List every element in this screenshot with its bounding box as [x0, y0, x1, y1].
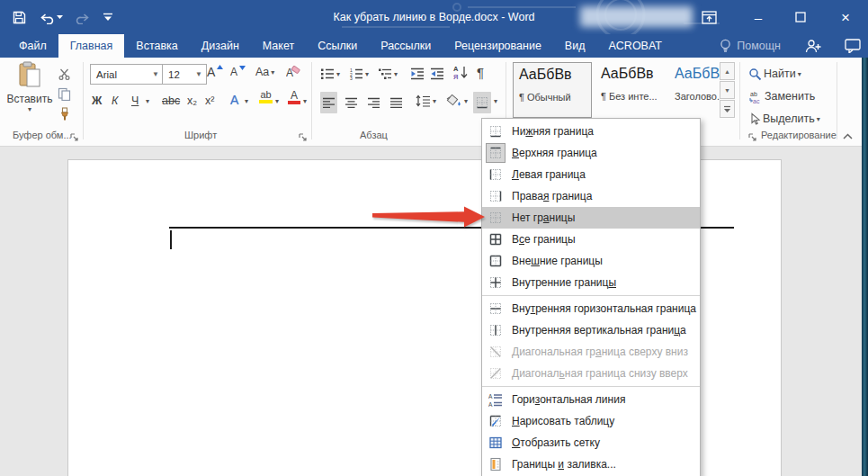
select-button[interactable]: Выделить ▾	[748, 110, 820, 128]
redo-icon[interactable]	[76, 11, 91, 24]
bullets-dropdown-icon: ▾	[336, 70, 340, 78]
shrink-font-button[interactable]: A	[230, 63, 246, 81]
align-center-button[interactable]	[343, 92, 360, 113]
font-family-combobox[interactable]: Arial▼	[90, 64, 164, 85]
sort-button[interactable]: А Я	[453, 63, 469, 81]
replace-button[interactable]: ab ac Заменить	[748, 87, 815, 105]
tab-файл[interactable]: Файл	[7, 34, 58, 58]
italic-button[interactable]: К	[112, 92, 118, 110]
superscript-button[interactable]: x²	[205, 92, 214, 110]
shading-button[interactable]: ▾	[446, 92, 468, 110]
menu-item-border-left[interactable]: Левая граница	[482, 164, 700, 185]
styles-gallery-down-button[interactable]: ▼	[720, 81, 735, 99]
numbering-button[interactable]: 123 ▾	[349, 65, 369, 83]
customize-qat-icon[interactable]	[103, 13, 112, 22]
menu-item-border-right[interactable]: Правая граница	[482, 185, 700, 207]
styles-dialog-launcher-icon[interactable]	[748, 130, 757, 146]
save-icon[interactable]	[13, 11, 26, 24]
menu-item-label: Правая граница	[512, 190, 592, 202]
strikethrough-button[interactable]: abc	[162, 92, 180, 110]
show-paragraph-marks-button[interactable]: ¶	[477, 63, 484, 81]
find-label: Найти	[764, 67, 796, 80]
styles-gallery-up-button[interactable]: ▲	[720, 62, 735, 80]
tab-ссылки[interactable]: Ссылки	[306, 34, 369, 58]
find-button[interactable]: Найти ▾	[748, 65, 801, 83]
decrease-indent-button[interactable]	[410, 65, 425, 83]
style-normal[interactable]: АаБбВв ¶ Обычный	[513, 62, 592, 118]
tab-дизайн[interactable]: Дизайн	[190, 34, 251, 58]
close-button[interactable]: ×	[830, 0, 861, 34]
grow-font-button[interactable]: A	[207, 63, 223, 81]
font-family-value: Arial	[96, 69, 117, 80]
text-effects-dropdown-icon[interactable]: ▾	[245, 97, 248, 105]
paste-dropdown-icon[interactable]: ▾	[28, 105, 31, 113]
highlight-dropdown-icon[interactable]: ▾	[275, 97, 279, 105]
comments-icon[interactable]	[845, 39, 861, 53]
underline-button[interactable]: Ч	[131, 92, 139, 110]
clear-formatting-button[interactable]: A	[286, 63, 300, 81]
tab-acrobat[interactable]: ACROBAT	[596, 34, 674, 58]
border-left-icon	[486, 165, 506, 184]
style-heading[interactable]: АаБбВв Заголово...	[669, 62, 720, 118]
format-painter-button[interactable]	[58, 104, 71, 122]
styles-gallery-more-button[interactable]	[720, 100, 735, 118]
tab-вставка[interactable]: Вставка	[124, 34, 189, 58]
font-size-combobox[interactable]: 12▼	[162, 64, 207, 85]
font-color-button[interactable]: А	[288, 90, 300, 108]
menu-item-border-outside[interactable]: Внешние границы	[482, 250, 700, 272]
menu-item-border-inside-v[interactable]: Внутренняя вертикальная граница	[482, 319, 700, 341]
tab-макет[interactable]: Макет	[251, 34, 306, 58]
cut-button[interactable]	[58, 65, 71, 83]
menu-item-borders-and-shading[interactable]: Границы и заливка...	[482, 454, 700, 475]
justify-button[interactable]	[388, 92, 405, 113]
subscript-button[interactable]: x₂	[187, 92, 197, 110]
text-effects-button[interactable]: А	[230, 91, 238, 109]
menu-item-border-top[interactable]: Верхняя граница	[482, 142, 700, 164]
menu-item-view-gridlines[interactable]: Отобразить сетку	[482, 432, 700, 454]
ribbon-display-options-button[interactable]	[694, 0, 724, 34]
minimize-button[interactable]: –	[743, 0, 774, 34]
paste-button[interactable]: Вставить ▾	[5, 61, 54, 128]
underline-dropdown-icon[interactable]: ▾	[146, 97, 149, 105]
share-icon[interactable]	[804, 39, 821, 53]
border-inside-h-icon	[486, 299, 506, 319]
search-icon	[748, 67, 762, 81]
align-right-button[interactable]	[365, 92, 382, 113]
menu-item-border-all[interactable]: Все границы	[482, 229, 700, 250]
collapse-ribbon-button[interactable]	[838, 128, 856, 144]
menu-item-border-inside-h[interactable]: Внутренняя горизонтальная граница	[482, 298, 700, 319]
bold-button[interactable]: Ж	[92, 92, 102, 110]
clipboard-icon	[18, 61, 41, 88]
text-cursor	[170, 230, 172, 249]
multilevel-list-button[interactable]: ▾	[378, 65, 398, 83]
font-dialog-launcher-icon[interactable]	[299, 130, 308, 146]
menu-item-draw-table[interactable]: Нарисовать таблицу	[482, 410, 700, 432]
change-case-button[interactable]: Aa▾	[255, 63, 274, 81]
highlight-button[interactable]: ab	[259, 90, 273, 108]
borders-button[interactable]	[473, 92, 491, 113]
tell-me-assistant[interactable]: Помощн	[720, 39, 781, 53]
tab-рецензирование[interactable]: Рецензирование	[443, 34, 553, 58]
style-no-spacing[interactable]: АаБбВв ¶ Без инте...	[595, 62, 666, 118]
document-area[interactable]	[0, 147, 868, 476]
tab-главная[interactable]: Главная	[58, 34, 125, 58]
copy-button[interactable]	[58, 85, 71, 103]
font-color-dropdown-icon[interactable]: ▾	[303, 97, 307, 105]
svg-text:Я: Я	[453, 73, 458, 80]
title-bar: Как убрать линию в Ворде.docx - Word – ×	[0, 0, 868, 34]
undo-button[interactable]	[39, 11, 63, 24]
menu-item-border-none[interactable]: Нет границы	[482, 207, 700, 229]
bullets-button[interactable]: ▾	[320, 65, 340, 83]
tab-вид[interactable]: Вид	[553, 34, 597, 58]
menu-item-horizontal-line[interactable]: A A Горизонтальная линия	[482, 389, 700, 410]
align-left-button[interactable]	[320, 92, 337, 113]
maximize-button[interactable]	[785, 0, 816, 34]
increase-indent-button[interactable]	[430, 65, 444, 83]
menu-item-border-bottom[interactable]: Нижняя граница	[482, 121, 700, 142]
horizontal-line-icon: A A	[486, 390, 506, 409]
borders-dropdown-icon[interactable]: ▾	[494, 97, 497, 105]
menu-item-border-inside[interactable]: Внутренние границы	[482, 272, 700, 293]
clipboard-dialog-launcher-icon[interactable]	[70, 130, 79, 146]
tab-рассылки[interactable]: Рассылки	[369, 34, 443, 58]
line-spacing-button[interactable]: ▾	[416, 92, 436, 110]
